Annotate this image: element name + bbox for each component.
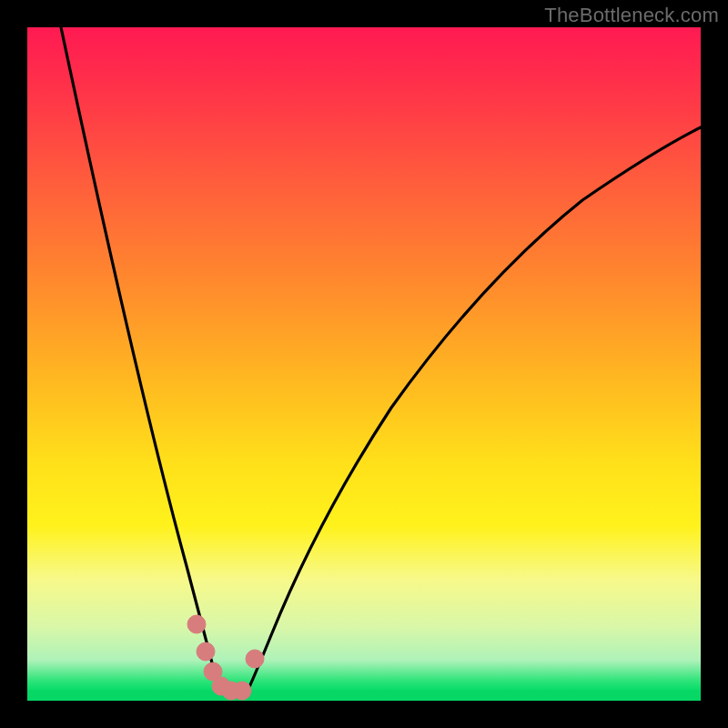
watermark-text: TheBottleneck.com: [544, 4, 719, 27]
marker-dots: [187, 615, 264, 700]
bottleneck-curve: [27, 27, 701, 701]
marker-dot: [246, 650, 264, 668]
chart-frame: TheBottleneck.com: [0, 0, 728, 728]
marker-dot: [233, 682, 251, 700]
marker-dot: [222, 682, 240, 700]
curve-right-branch: [248, 127, 701, 689]
curve-floor: [219, 689, 248, 692]
curve-left-branch: [61, 27, 219, 689]
marker-dot: [212, 677, 230, 695]
marker-dot: [204, 662, 222, 681]
marker-dot: [197, 642, 215, 661]
marker-dot: [187, 615, 206, 633]
bottleneck-plot: [27, 27, 701, 701]
